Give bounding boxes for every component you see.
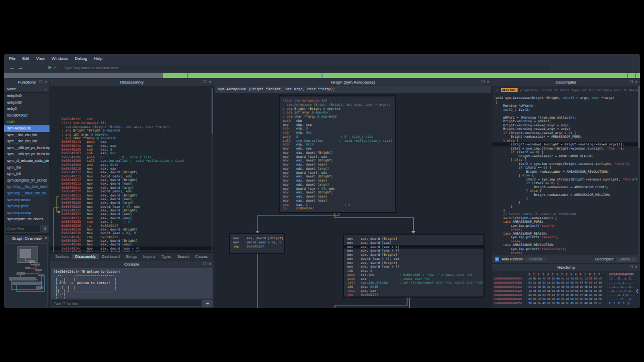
popout-icon[interactable]: ❐ [39,235,42,241]
hexdump-row[interactable]: 0x000000000804925050 04 8b 45 08 89 50 0… [492,301,640,305]
scrollbar-thumb[interactable] [638,86,640,148]
code-line[interactable]: ; arg Bright *Bright @ ebp+0x8 [61,128,214,132]
code-line[interactable]: 0x08049206 push 8 ; 8 ; size_t size [61,155,214,159]
code-line[interactable]: 0x08049233 cmp eax, 1 ; 1 [61,220,214,223]
code-line[interactable]: 0x0804924c mov eax, dword [eax + 4] [50,246,214,250]
code-line[interactable]: 0x080491fc ret [61,117,214,121]
graph-block-false-branch[interactable]: mov eax, dword [Bright]mov dword [eax + … [230,234,284,253]
code-line[interactable]: test eax, eax [347,289,480,293]
graph-overview-minimap[interactable] [6,243,48,306]
code-line[interactable]: 0x08049236 ja 0x8049247 [61,224,214,227]
code-line[interactable]: Bright->ambassador = AMBASSADOR_REVOLUTI… [495,170,640,174]
functions-sort-header[interactable]: Name⌄ [4,86,50,93]
code-line[interactable]: add esp, 0x10 [347,285,480,289]
popout-icon[interactable]: ❐ [203,261,206,267]
function-list-item[interactable]: sym.imp.printf [4,203,50,210]
code-line[interactable]: 0x08049224 mov eax, dword [eax] [61,197,214,201]
code-line[interactable]: 0x08049217 mov eax, dword [Bright] [61,178,214,182]
hexdump-row[interactable]: 0x000000000804922010 8b 45 08 8b 00 8b 5… [492,289,640,293]
code-line[interactable]: 0x08049221 mov eax, dword [Bright] [61,193,214,197]
console-input[interactable] [51,300,201,307]
code-line[interactable]: Bright->morning->saved_argv = argv; [495,127,640,131]
code-line[interactable]: 0x08049212 mov eax, dword [Bright] [61,170,214,174]
code-line[interactable]: Bright->ambassador = AMBASSADOR_MILLION; [495,193,640,197]
code-line[interactable]: mov eax, dword [eax] [283,162,392,167]
function-list-item[interactable]: sym.imp.__libc_start_main [4,184,50,190]
code-line[interactable]: push str.the ; 0x804a008 ; "the " ; cons… [347,273,480,277]
scroll-left-indicator-icon[interactable]: ❮ [635,288,639,293]
code-line[interactable]: sym.imp.printf("reason"); [495,235,640,239]
code-line[interactable]: 0x08049247 mov eax, dword [Bright] [61,239,214,242]
menu-view[interactable]: View [36,56,45,61]
minimap-viewport[interactable] [18,246,38,263]
function-list-item[interactable]: sym.Aeropause [4,125,50,132]
code-line[interactable]: 0x0804921a mov eax, dword [eax] [61,182,214,185]
tab-strings[interactable]: Strings [123,254,140,259]
code-line[interactable]: pMVar1 = (Morning *)sym.imp.malloc(8); [495,116,640,120]
code-line[interactable]: mov dword [eax], edx [283,171,392,175]
hexdump-row[interactable]: 0x000000000804923000 8b 00 83 f8 01 77 0… [492,293,640,297]
code-line[interactable]: int32_t iVar2; [495,108,640,112]
decompiler-select[interactable]: Ghidra ⌄ [616,257,637,262]
code-line[interactable]: push ebp [283,119,392,123]
code-line[interactable]: mov edx, dword [argc] [283,167,392,171]
code-line[interactable]: ; arg int argc @ ebp+0xc [283,110,392,114]
close-icon[interactable]: ✕ [208,261,212,267]
clear-filter-button[interactable]: X [42,225,49,233]
code-line[interactable]: iVar2 = sym.imp.strcmp((Bright->window).… [495,146,640,151]
code-line[interactable]: Bright->ambassador = AMBASSADOR_ECHOES; [495,185,640,189]
popout-icon[interactable]: ❐ [630,79,633,85]
code-line[interactable] [495,111,640,116]
code-line[interactable]: mov ebp, esp [283,123,392,127]
tab-search[interactable]: Search [174,254,192,259]
code-line[interactable]: mov eax, dword [Bright] [283,151,392,155]
code-line[interactable]: ja 0x8049247 [283,206,392,210]
function-list-item[interactable]: sym.imp.__stack_chk_fail [4,190,50,197]
code-line[interactable]: mov eax, dword [Bright] [283,190,392,194]
function-list-item[interactable]: main [4,119,50,125]
code-line[interactable]: add esp, 0x10 [283,142,392,146]
code-line[interactable]: 0x0804922c mov eax, dword [Bright] [61,208,214,212]
function-list-item[interactable]: sym.__x86.get_pc_thunk.bx [4,151,50,158]
code-line[interactable]: push eax ; const char *s1 [347,277,480,281]
function-list-item[interactable]: fcn.080490c7 [4,112,50,119]
code-line[interactable]: mov eax, dword [Bright] [347,237,480,241]
debug-play-icon[interactable]: ▶ [49,65,52,70]
code-line[interactable]: 0x0804922f mov eax, dword [eax] [61,212,214,216]
code-line[interactable]: mov eax, dword [eax] [283,178,392,183]
menu-help[interactable]: Help [94,56,102,61]
code-line[interactable]: sym.imp.printf("pure"); [495,224,640,228]
seekbar[interactable] [4,73,640,78]
code-line[interactable]: mov edx, eax [283,146,392,151]
function-list-item[interactable]: sym.deregister_tm_clones [4,177,50,184]
code-line[interactable]: Bright->morning->saved_argc = argc; [495,123,640,127]
code-line[interactable]: } else { [495,158,640,162]
code-line[interactable]: if (Bright->morning->saved_argc < 2) { [495,131,640,135]
menu-edit[interactable]: Edit [22,56,29,61]
tab-disassembly[interactable]: Disassembly [72,254,99,259]
code-line[interactable]: 0x08049203 sub esp, 0xc [61,151,214,155]
function-list-item[interactable]: sym.__x86.get_pc_thunk.bp [4,145,50,152]
code-line[interactable]: mov dword [eax + 4], edx [347,257,480,261]
code-line[interactable]: if (iVar2 == 0) { [495,150,640,154]
popout-icon[interactable]: ❐ [630,264,633,270]
code-line[interactable]: break; [495,239,640,243]
code-line[interactable]: 0x08049242 jmp 0x80492d7 [61,235,214,239]
code-line[interactable]: 0x080491fe mov ebp, esp [61,144,214,147]
code-line[interactable]: { [495,100,640,104]
forward-arrow-icon[interactable]: → [18,64,23,70]
code-line[interactable]: if (iVar2 == 0) { [495,181,640,185]
debug-dropdown-icon[interactable]: ⌄ [54,65,57,69]
hexdump-row[interactable]: 0x000000000804924000 00 e9 90 00 00 00 8… [492,297,640,301]
console-send-button[interactable]: ➜ [202,300,213,307]
code-line[interactable]: (fcn) sym.Aeropause 364 [61,121,214,124]
code-line[interactable]: 0x08049229 mov dword [eax + 4], edx [61,205,214,208]
function-list-item[interactable]: entry0 [4,106,50,112]
code-line[interactable]: // switch table (5 cases) at 0x804a044 [495,212,640,216]
close-icon[interactable]: ✕ [635,264,638,270]
code-line[interactable]: 0x08049215 mov dword [eax], edx [61,174,214,178]
code-line[interactable]: } [495,208,640,212]
code-line[interactable]: sub esp, 8 [283,126,392,130]
hexdump-row[interactable]: 0x00000000080491f0e8 6b fe ff ff 8b 4d f… [492,276,640,281]
code-line[interactable]: sym.imp.printf("revolution"); [495,247,640,251]
